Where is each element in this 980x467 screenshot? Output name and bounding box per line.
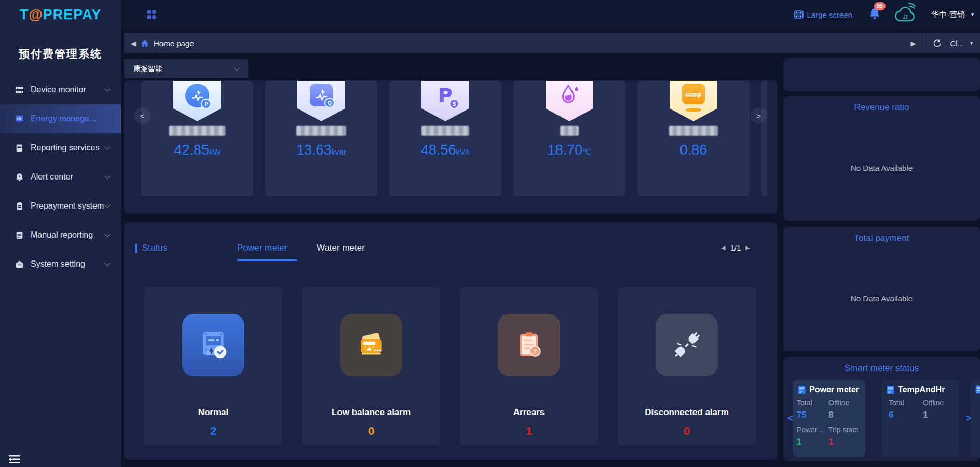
sidebar-item-device-monitor[interactable]: Device monitor <box>0 75 121 104</box>
sidebar-item-energy-management[interactable]: Energy manage... <box>0 104 121 133</box>
metrics-carousel: P 42.85kW Q 13.63kvar P <box>141 81 767 196</box>
sidebar-item-manual-reporting[interactable]: Manual reporting <box>0 221 121 250</box>
tab-water-meter[interactable]: Water meter <box>317 243 365 253</box>
user-name: 华中-营销 <box>931 10 965 20</box>
chevron-down-icon <box>104 231 110 237</box>
iot-cloud-logo[interactable]: π <box>894 2 918 27</box>
caret-down-icon: ▼ <box>969 40 974 46</box>
water-drop-icon <box>557 84 581 107</box>
alert-center-icon <box>15 173 24 182</box>
badge-letter: Q <box>324 98 335 108</box>
smart-cards-prev-icon[interactable]: < <box>787 413 793 424</box>
active-power-icon: P <box>185 84 209 107</box>
tab-power-meter[interactable]: Power meter <box>237 243 287 253</box>
sidebar-item-label: Manual reporting <box>31 230 93 240</box>
status-card-value: 1 <box>526 424 532 438</box>
notifications-button[interactable]: 85 <box>869 7 880 22</box>
metric-value: 42.85kW <box>141 142 253 158</box>
metric-number: 18.70 <box>548 142 583 158</box>
refresh-icon[interactable] <box>933 39 942 48</box>
smart-card-clipped[interactable] <box>970 380 980 457</box>
divider <box>924 33 924 53</box>
notification-count-badge: 85 <box>874 2 886 10</box>
org-select[interactable]: 康派智能 <box>124 59 248 78</box>
status-card-normal[interactable]: Normal 2 <box>144 287 282 445</box>
large-screen-button[interactable]: Large screen <box>794 10 853 19</box>
sidebar-item-alert-center[interactable]: Alert center <box>0 162 121 191</box>
metric-pennant: P <box>173 81 221 121</box>
power-factor-icon: cosφ <box>682 84 705 104</box>
manual-reporting-icon <box>15 231 24 240</box>
status-cards: Normal 2 Low balance alarm 0 欠 Arrears 1 <box>144 287 756 445</box>
smart-card-title: Power meter <box>809 385 859 394</box>
smart-card-header <box>975 385 980 394</box>
stat-label: Offline <box>923 399 944 407</box>
sidebar-collapse-icon[interactable] <box>9 455 20 464</box>
metric-card-apparent-power: P S 48.56kVA <box>389 81 501 196</box>
chevron-down-icon <box>104 173 110 178</box>
metrics-panel: P 42.85kW Q 13.63kvar P <box>124 80 777 214</box>
org-select-value: 康派智能 <box>133 64 235 74</box>
status-card-disconnected[interactable]: Disconnected alarm 0 <box>618 287 756 445</box>
metric-unit: kW <box>209 147 221 156</box>
sidebar: T@PREPAY 预付费管理系统 Device monitor Energy m… <box>0 0 121 467</box>
status-card-value: 2 <box>210 424 216 438</box>
stat-value: 8 <box>828 410 833 420</box>
metric-unit: kvar <box>332 147 346 156</box>
revenue-ratio-empty-text: No Data Available <box>783 163 980 172</box>
metric-value: 18.70℃ <box>513 142 625 158</box>
logo-at-icon: @ <box>29 7 43 22</box>
status-card-arrears[interactable]: 欠 Arrears 1 <box>460 287 598 445</box>
smart-card-temp-and-hr[interactable]: TempAndHr Total Offline 6 1 <box>881 380 959 457</box>
sidebar-item-prepayment-system[interactable]: Prepayment system <box>0 191 121 221</box>
sidebar-item-label: Device monitor <box>31 85 86 94</box>
status-panel: Status Power meter Water meter ◀ 1/1 ▶ N… <box>124 222 777 460</box>
total-payment-title: Total payment <box>783 233 980 243</box>
stat-label: Total <box>889 399 904 407</box>
breadcrumb-page-title: Home page <box>154 39 194 48</box>
sidebar-item-reporting-services[interactable]: Reporting services <box>0 133 121 162</box>
metric-number: 13.63 <box>296 142 332 158</box>
badge-letter: S <box>449 99 459 109</box>
page-indicator: 1/1 <box>730 243 741 252</box>
blurred-label <box>560 126 579 136</box>
metric-pennant: cosφ <box>670 81 717 121</box>
system-setting-icon <box>15 260 24 269</box>
metric-value: 48.56kVA <box>389 142 501 158</box>
page-next-icon[interactable]: ▶ <box>745 244 750 251</box>
stat-value: 1 <box>797 437 801 447</box>
disconnected-plug-icon <box>656 314 718 376</box>
back-arrow-icon[interactable]: ◀ <box>131 39 136 47</box>
revenue-ratio-title: Revenue ratio <box>783 102 980 113</box>
page-prev-icon[interactable]: ◀ <box>721 244 725 251</box>
carousel-next-button[interactable]: > <box>751 107 767 124</box>
blurred-label <box>169 126 226 136</box>
revenue-ratio-panel: Revenue ratio No Data Available <box>783 96 980 221</box>
sidebar-item-system-setting[interactable]: System setting <box>0 250 121 279</box>
metric-card-reactive-power: Q 13.63kvar <box>265 81 377 196</box>
smart-cards-next-icon[interactable]: > <box>966 413 972 424</box>
status-card-low-balance[interactable]: Low balance alarm 0 <box>302 287 440 445</box>
user-menu[interactable]: 华中-营销 ▼ <box>931 10 975 20</box>
metric-card-power-factor: cosφ 0.86 <box>637 81 750 196</box>
prepayment-system-icon <box>15 202 24 211</box>
dashboard-root: T@PREPAY 预付费管理系统 Device monitor Energy m… <box>0 0 980 467</box>
apps-grid-icon[interactable] <box>147 10 156 19</box>
device-monitor-icon <box>15 86 24 94</box>
badge-letter: P <box>201 99 211 109</box>
svg-text:欠: 欠 <box>532 348 538 355</box>
stat-label: Power ... <box>797 425 825 434</box>
metric-value: 13.63kvar <box>265 142 377 158</box>
gold-ellipse-decoration <box>686 108 701 112</box>
clock-dropdown[interactable]: Cl... ▼ <box>950 39 974 48</box>
sidebar-item-label: Prepayment system <box>31 201 104 211</box>
smart-card-power-meter[interactable]: Power meter Total Offline 75 8 Power ...… <box>793 380 865 457</box>
section-title-bar <box>135 244 137 253</box>
smart-card-header: TempAndHr <box>887 385 945 394</box>
forward-arrow-icon[interactable]: ▶ <box>910 39 916 47</box>
carousel-prev-button[interactable]: < <box>134 107 151 124</box>
chevron-down-icon <box>104 144 110 149</box>
sidebar-item-label: System setting <box>31 259 85 269</box>
stat-value: 1 <box>923 410 928 420</box>
status-card-label: Disconnected alarm <box>645 407 729 418</box>
